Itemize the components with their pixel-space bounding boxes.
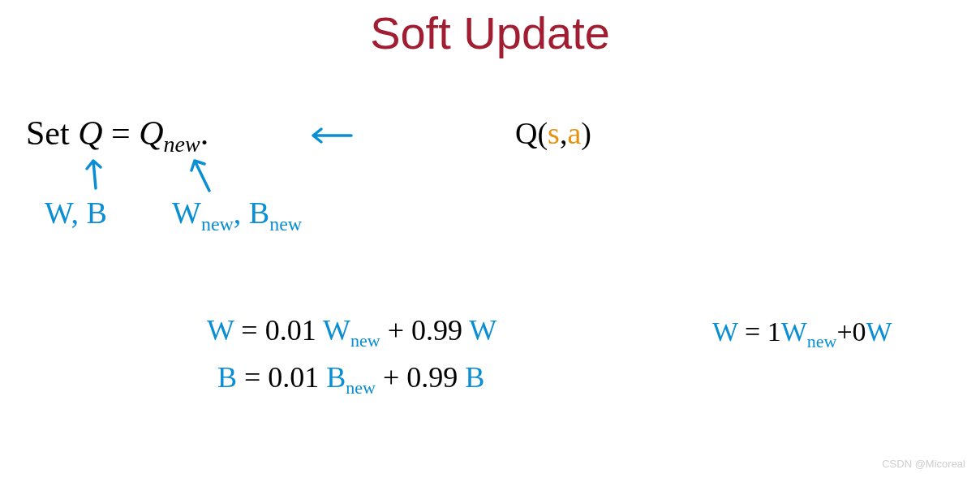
- w-new: W: [172, 196, 201, 230]
- w-var2: W: [469, 314, 496, 347]
- wr-coef1: 1: [767, 317, 781, 347]
- w-b-annotation: W, B: [45, 195, 107, 230]
- equation-b-update: B = 0.01 Bnew + 0.99 B: [217, 360, 484, 398]
- b-sub1: new: [346, 377, 376, 398]
- slide-title: Soft Update: [370, 6, 610, 59]
- equation-w-hard-update: W = 1Wnew+0W: [712, 317, 892, 352]
- q-letter: Q: [515, 116, 537, 150]
- q-symbol: Q: [78, 114, 102, 152]
- paren-close: ): [581, 116, 591, 150]
- w-equals: =: [234, 314, 264, 347]
- wr-lhs: W: [712, 317, 737, 347]
- q-new-symbol: Q: [139, 114, 163, 152]
- wr-var1: W: [781, 317, 807, 347]
- state-s: s: [548, 116, 560, 150]
- equals-sign: =: [103, 114, 140, 152]
- wr-plus: +: [836, 317, 852, 347]
- arrow-up-icon: [81, 154, 105, 191]
- w-lhs: W: [207, 314, 234, 347]
- arrow-left-icon: [307, 123, 355, 148]
- wr-equals: =: [737, 317, 767, 347]
- wr-coef2: 0: [853, 317, 866, 347]
- w-coef2: 0.99: [411, 314, 469, 347]
- b-var1: B: [326, 361, 346, 394]
- w-sub1: new: [350, 330, 380, 351]
- period: .: [200, 114, 209, 152]
- arrow-up-left-icon: [185, 153, 217, 193]
- b-equals: =: [237, 361, 268, 394]
- b-lhs: B: [217, 361, 237, 394]
- w-coef1: 0.01: [265, 314, 323, 347]
- watermark-text: CSDN @Micoreal: [882, 458, 965, 470]
- b-coef1: 0.01: [268, 361, 326, 394]
- b-coef2: 0.99: [406, 361, 465, 394]
- wnew-bnew-annotation: Wnew, Bnew: [172, 195, 302, 235]
- b-new-sub: new: [269, 213, 302, 235]
- wr-var2: W: [866, 317, 892, 347]
- w-plus: +: [380, 314, 411, 347]
- set-label: Set: [26, 114, 78, 152]
- paren-open: (: [537, 116, 548, 150]
- b-plus: +: [376, 361, 406, 394]
- wr-sub1: new: [807, 331, 837, 351]
- b-var2: B: [465, 361, 484, 394]
- q-function-notation: Q(s,a): [515, 115, 591, 151]
- set-q-equation: Set Q = Qnew.: [26, 114, 208, 157]
- b-new: , B: [234, 196, 269, 230]
- w-new-sub: new: [201, 213, 234, 235]
- comma: ,: [560, 116, 568, 150]
- action-a: a: [567, 116, 581, 150]
- w-var1: W: [323, 314, 350, 347]
- equation-w-update: W = 0.01 Wnew + 0.99 W: [207, 313, 496, 351]
